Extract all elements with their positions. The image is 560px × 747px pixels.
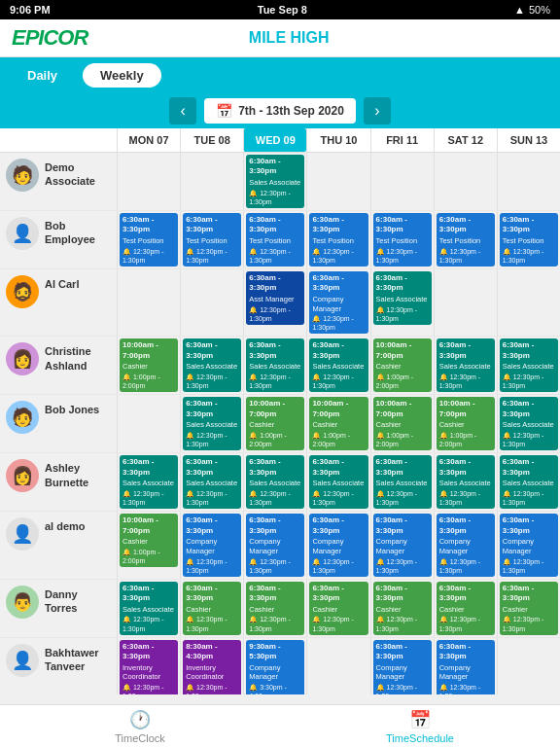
schedule-cell[interactable]: 6:30am - 3:30pmCashier🔔 12:30pm - 1:30pm [370, 580, 434, 637]
shift-block[interactable]: 6:30am - 3:30pmSales Associate🔔 12:30pm … [246, 155, 304, 208]
schedule-cell[interactable] [306, 638, 369, 694]
schedule-cell[interactable]: 8:30am - 4:30pmInventory Coordinator🔔 12… [180, 638, 243, 694]
schedule-cell[interactable]: 6:30am - 3:30pmTest Position🔔 12:30pm - … [434, 211, 497, 268]
shift-block[interactable]: 10:00am - 7:00pmCashier🔔 1:00pm - 2:00pm [120, 338, 178, 392]
shift-block[interactable]: 6:30am - 3:30pmCompany Manager🔔 12:30pm … [437, 640, 495, 694]
schedule-cell[interactable]: 6:30am - 3:30pmSales Associate🔔 12:30pm … [243, 153, 306, 210]
schedule-cell[interactable]: 6:30am - 3:30pmSales Associate🔔 12:30pm … [306, 337, 369, 394]
employee-info[interactable]: 👨Danny Torres [0, 580, 117, 637]
shift-block[interactable]: 6:30am - 3:30pmTest Position🔔 12:30pm - … [246, 213, 304, 267]
schedule-cell[interactable]: 6:30am - 3:30pmCashier🔔 12:30pm - 1:30pm [306, 580, 369, 637]
timeschedule-nav-item[interactable]: 📅 TimeSchedule [280, 705, 560, 747]
schedule-cell[interactable] [180, 153, 243, 210]
shift-block[interactable]: 6:30am - 3:30pmTest Position🔔 12:30pm - … [373, 213, 432, 267]
schedule-cell[interactable]: 6:30am - 3:30pmTest Position🔔 12:30pm - … [306, 211, 369, 268]
shift-block[interactable]: 9:30am - 5:30pmCompany Manager🔔 3:30pm -… [246, 640, 304, 694]
schedule-cell[interactable]: 6:30am - 3:30pmCashier🔔 12:30pm - 1:30pm [497, 580, 560, 637]
employee-info[interactable]: 👩Christine Ashland [0, 337, 117, 394]
shift-block[interactable]: 6:30am - 3:30pmSales Associate🔔 12:30pm … [183, 338, 241, 392]
schedule-cell[interactable]: 10:00am - 7:00pmCashier🔔 1:00pm - 2:00pm [370, 395, 434, 452]
shift-block[interactable]: 6:30am - 3:30pmSales Associate🔔 12:30pm … [500, 397, 558, 450]
shift-block[interactable]: 6:30am - 3:30pmSales Associate🔔 12:30pm … [437, 455, 495, 509]
schedule-cell[interactable]: 6:30am - 3:30pmCompany Manager🔔 12:30pm … [497, 512, 560, 578]
schedule-cell[interactable]: 6:30am - 3:30pmInventory Coordinator🔔 12… [117, 638, 180, 694]
schedule-cell[interactable] [497, 153, 560, 210]
employee-info[interactable]: 🧔Al Carl [0, 269, 117, 336]
shift-block[interactable]: 6:30am - 3:30pmSales Associate🔔 12:30pm … [500, 455, 558, 509]
schedule-cell[interactable]: 6:30am - 3:30pmCompany Manager🔔 12:30pm … [370, 638, 434, 694]
shift-block[interactable]: 10:00am - 7:00pmCashier🔔 1:00pm - 2:00pm [437, 397, 495, 450]
shift-block[interactable]: 6:30am - 3:30pmTest Position🔔 12:30pm - … [500, 213, 558, 267]
schedule-cell[interactable]: 6:30am - 3:30pmCompany Manager🔔 12:30pm … [370, 512, 434, 578]
schedule-cell[interactable]: 6:30am - 3:30pmSales Associate🔔 12:30pm … [497, 395, 560, 452]
shift-block[interactable]: 6:30am - 3:30pmCompany Manager🔔 12:30pm … [309, 514, 368, 576]
shift-block[interactable]: 6:30am - 3:30pmCashier🔔 12:30pm - 1:30pm [373, 582, 432, 635]
schedule-cell[interactable]: 6:30am - 3:30pmCashier🔔 12:30pm - 1:30pm [180, 580, 243, 637]
schedule-cell[interactable]: 6:30am - 3:30pmSales Associate🔔 12:30pm … [180, 395, 243, 452]
schedule-cell[interactable]: 10:00am - 7:00pmCashier🔔 1:00pm - 2:00pm [434, 395, 497, 452]
schedule-cell[interactable] [117, 269, 180, 336]
schedule-cell[interactable]: 10:00am - 7:00pmCashier🔔 1:00pm - 2:00pm [306, 395, 369, 452]
schedule-cell[interactable]: 6:30am - 3:30pmSales Associate🔔 12:30pm … [370, 453, 434, 511]
schedule-cell[interactable]: 10:00am - 7:00pmCashier🔔 1:00pm - 2:00pm [117, 512, 180, 578]
shift-block[interactable]: 6:30am - 3:30pmTest Position🔔 12:30pm - … [309, 213, 368, 267]
shift-block[interactable]: 6:30am - 3:30pmCompany Manager🔔 12:30pm … [373, 514, 432, 576]
shift-block[interactable]: 6:30am - 3:30pmSales Associate🔔 12:30pm … [183, 455, 241, 509]
schedule-cell[interactable]: 10:00am - 7:00pmCashier🔔 1:00pm - 2:00pm [117, 337, 180, 394]
shift-block[interactable]: 6:30am - 3:30pmCashier🔔 12:30pm - 1:30pm [437, 582, 495, 635]
employee-info[interactable]: 👤Bakhtawer Tanveer [0, 638, 117, 694]
shift-block[interactable]: 6:30am - 3:30pmSales Associate🔔 12:30pm … [246, 455, 304, 509]
employee-info[interactable]: 👩Ashley Burnette [0, 453, 117, 511]
employee-info[interactable]: 👤Bob Employee [0, 211, 117, 268]
shift-block[interactable]: 8:30am - 4:30pmInventory Coordinator🔔 12… [183, 640, 241, 694]
shift-block[interactable]: 6:30am - 3:30pmCompany Manager🔔 12:30pm … [309, 271, 368, 334]
shift-block[interactable]: 6:30am - 3:30pmSales Associate🔔 12:30pm … [183, 397, 241, 450]
schedule-cell[interactable]: 6:30am - 3:30pmCashier🔔 12:30pm - 1:30pm [243, 580, 306, 637]
shift-block[interactable]: 6:30am - 3:30pmCashier🔔 12:30pm - 1:30pm [309, 582, 368, 635]
schedule-cell[interactable]: 9:30am - 5:30pmCompany Manager🔔 3:30pm -… [243, 638, 306, 694]
next-week-button[interactable]: › [364, 97, 391, 124]
employee-info[interactable]: 🧑Demo Associate [0, 153, 117, 210]
schedule-cell[interactable] [434, 269, 497, 336]
schedule-cell[interactable] [117, 395, 180, 452]
schedule-cell[interactable]: 6:30am - 3:30pmCompany Manager🔔 12:30pm … [434, 638, 497, 694]
shift-block[interactable]: 6:30am - 3:30pmSales Associate🔔 12:30pm … [437, 338, 495, 392]
shift-block[interactable]: 6:30am - 3:30pmSales Associate🔔 12:30pm … [500, 338, 558, 392]
schedule-cell[interactable]: 6:30am - 3:30pmSales Associate🔔 12:30pm … [243, 453, 306, 511]
schedule-cell[interactable]: 6:30am - 3:30pmCashier🔔 12:30pm - 1:30pm [434, 580, 497, 637]
shift-block[interactable]: 10:00am - 7:00pmCashier🔔 1:00pm - 2:00pm [246, 397, 304, 450]
schedule-cell[interactable]: 6:30am - 3:30pmTest Position🔔 12:30pm - … [370, 211, 434, 268]
schedule-cell[interactable]: 6:30am - 3:30pmSales Associate🔔 12:30pm … [497, 337, 560, 394]
tab-daily[interactable]: Daily [10, 63, 75, 88]
schedule-cell[interactable] [306, 153, 369, 210]
schedule-cell[interactable] [497, 638, 560, 694]
schedule-cell[interactable]: 6:30am - 3:30pmSales Associate🔔 12:30pm … [306, 453, 369, 511]
schedule-cell[interactable]: 6:30am - 3:30pmCompany Manager🔔 12:30pm … [434, 512, 497, 578]
shift-block[interactable]: 10:00am - 7:00pmCashier🔔 1:00pm - 2:00pm [373, 397, 432, 450]
schedule-cell[interactable]: 6:30am - 3:30pmSales Associate🔔 12:30pm … [117, 453, 180, 511]
employee-info[interactable]: 👤al demo [0, 512, 117, 578]
shift-block[interactable]: 6:30am - 3:30pmCompany Manager🔔 12:30pm … [373, 640, 432, 694]
shift-block[interactable]: 6:30am - 3:30pmAsst Manager🔔 12:30pm - 1… [246, 271, 304, 325]
schedule-cell[interactable]: 6:30am - 3:30pmTest Position🔔 12:30pm - … [497, 211, 560, 268]
schedule-cell[interactable]: 6:30am - 3:30pmSales Associate🔔 12:30pm … [370, 269, 434, 336]
schedule-cell[interactable]: 6:30am - 3:30pmTest Position🔔 12:30pm - … [243, 211, 306, 268]
shift-block[interactable]: 6:30am - 3:30pmSales Associate🔔 12:30pm … [373, 271, 432, 325]
tab-weekly[interactable]: Weekly [83, 63, 161, 88]
schedule-cell[interactable]: 6:30am - 3:30pmSales Associate🔔 12:30pm … [243, 337, 306, 394]
shift-block[interactable]: 6:30am - 3:30pmCompany Manager🔔 12:30pm … [500, 514, 558, 576]
schedule-cell[interactable]: 10:00am - 7:00pmCashier🔔 1:00pm - 2:00pm [243, 395, 306, 452]
schedule-cell[interactable] [370, 153, 434, 210]
shift-block[interactable]: 6:30am - 3:30pmSales Associate🔔 12:30pm … [246, 338, 304, 392]
schedule-cell[interactable]: 6:30am - 3:30pmSales Associate🔔 12:30pm … [180, 337, 243, 394]
shift-block[interactable]: 6:30am - 3:30pmCashier🔔 12:30pm - 1:30pm [246, 582, 304, 635]
schedule-cell[interactable] [117, 153, 180, 210]
schedule-cell[interactable]: 6:30am - 3:30pmTest Position🔔 12:30pm - … [117, 211, 180, 268]
schedule-cell[interactable] [497, 269, 560, 336]
schedule-cell[interactable]: 6:30am - 3:30pmSales Associate🔔 12:30pm … [117, 580, 180, 637]
schedule-cell[interactable]: 6:30am - 3:30pmSales Associate🔔 12:30pm … [180, 453, 243, 511]
schedule-cell[interactable]: 10:00am - 7:00pmCashier🔔 1:00pm - 2:00pm [370, 337, 434, 394]
shift-block[interactable]: 6:30am - 3:30pmTest Position🔔 12:30pm - … [437, 213, 495, 267]
schedule-cell[interactable]: 6:30am - 3:30pmCompany Manager🔔 12:30pm … [243, 512, 306, 578]
shift-block[interactable]: 6:30am - 3:30pmTest Position🔔 12:30pm - … [120, 213, 178, 267]
